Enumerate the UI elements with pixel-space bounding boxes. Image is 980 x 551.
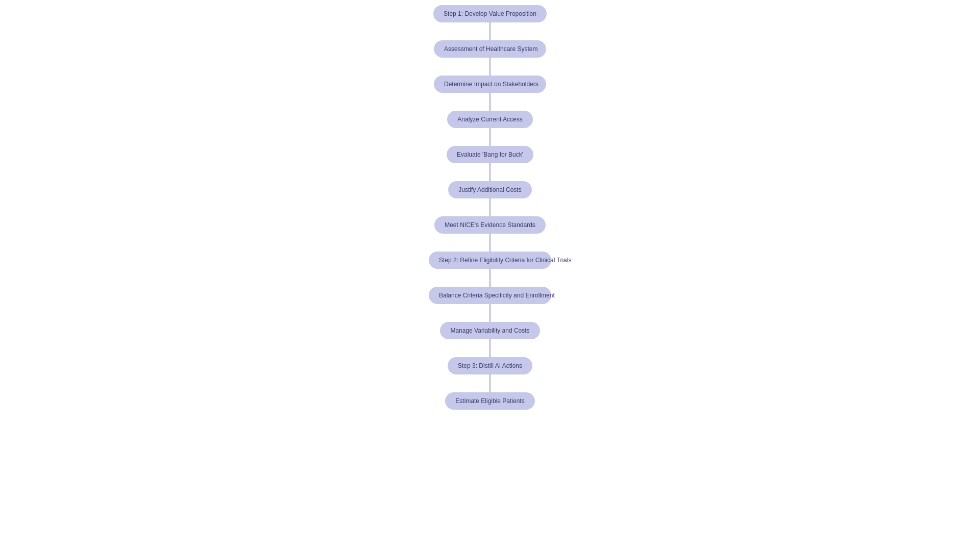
connector	[489, 374, 491, 392]
flowchart-node-assessment[interactable]: Assessment of Healthcare System	[434, 40, 546, 58]
flowchart-node-determine[interactable]: Determine Impact on Stakeholders	[434, 76, 546, 93]
flowchart-node-step2[interactable]: Step 2: Refine Eligibility Criteria for …	[429, 252, 551, 269]
flowchart-node-analyze[interactable]: Analyze Current Access	[447, 111, 532, 128]
flowchart-node-balance[interactable]: Balance Criteria Specificity and Enrollm…	[429, 287, 551, 304]
connector	[489, 304, 491, 322]
flowchart-node-step1[interactable]: Step 1: Develop Value Proposition	[433, 5, 547, 22]
flowchart-container: Step 1: Develop Value PropositionAssessm…	[429, 0, 551, 410]
connector	[489, 128, 491, 146]
connector	[489, 198, 491, 216]
connector	[489, 234, 491, 252]
flowchart-node-step3[interactable]: Step 3: Distill AI Actions	[448, 357, 532, 374]
flowchart-node-evaluate[interactable]: Evaluate 'Bang for Buck'	[447, 146, 533, 163]
flowchart-node-meet[interactable]: Meet NICE's Evidence Standards	[434, 216, 546, 234]
flowchart-node-estimate[interactable]: Estimate Eligible Patients	[445, 392, 534, 410]
connector	[489, 163, 491, 181]
flowchart-node-justify[interactable]: Justify Additional Costs	[448, 181, 531, 198]
connector	[489, 93, 491, 111]
connector	[489, 22, 491, 40]
connector	[489, 58, 491, 76]
connector	[489, 339, 491, 357]
connector	[489, 269, 491, 287]
flowchart-node-manage[interactable]: Manage Variability and Costs	[440, 322, 540, 339]
